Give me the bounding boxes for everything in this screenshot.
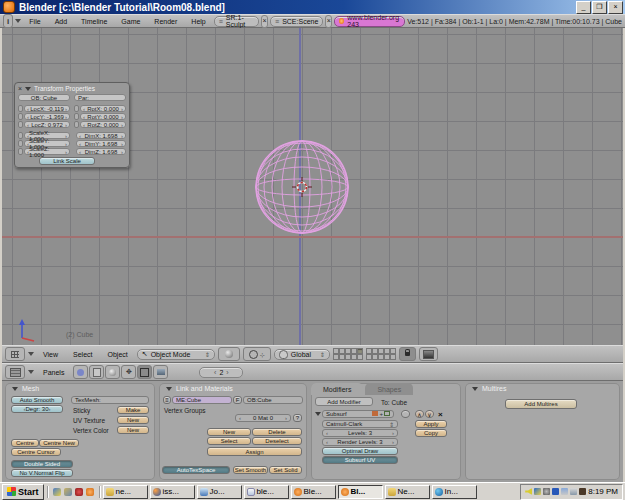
menu-render[interactable]: Render [148,18,183,25]
lock-icon[interactable] [18,105,23,112]
lock-icon[interactable] [18,121,23,128]
menu-game[interactable]: Game [115,18,146,25]
lock-icon[interactable] [74,105,79,112]
modifier-collapse-icon[interactable] [315,412,321,416]
tray-icon-update[interactable] [534,488,541,495]
mesh-browse-button[interactable]: ≡ [163,396,171,404]
menu-timeline[interactable]: Timeline [75,18,113,25]
tab-shapes[interactable]: Shapes [365,383,413,395]
assign-button[interactable]: Assign [207,447,302,456]
modifier-name-field[interactable]: Subsurf + [322,410,394,418]
add-modifier-button[interactable]: Add Modifier [315,397,373,406]
orientation-dropdown[interactable]: Global ⇕ [274,349,330,360]
ob-name-field[interactable]: OB: Cube [18,94,70,101]
subsurf-type-dropdown[interactable]: Catmull-Clark ⇕ [322,420,398,428]
panels-menu[interactable]: Panels [37,369,70,376]
collapse-triangle-icon[interactable] [28,370,34,374]
move-up-button[interactable]: ∧ [415,410,424,418]
lock-icon[interactable] [18,140,23,147]
vgroup-delete-button[interactable]: Delete [252,428,302,436]
menu-select[interactable]: Select [67,351,98,358]
lock-layers-button[interactable] [399,347,416,361]
locx-field[interactable]: LocX: -0.119 [24,105,70,112]
collapse-triangle-icon[interactable] [28,352,34,356]
multires-panel-header[interactable]: Multires [465,383,620,394]
volume-icon[interactable] [525,488,532,495]
render-preview-button[interactable] [419,347,438,361]
task-button-2[interactable]: iss... [150,485,195,499]
tab-modifiers[interactable]: Modifiers [311,383,363,395]
uv-texture-new-button[interactable]: New [117,416,149,424]
menu-add[interactable]: Add [49,18,73,25]
editor-type-selector[interactable] [5,365,25,379]
link-scale-button[interactable]: Link Scale [39,157,95,165]
title-bar[interactable]: Blender [c:\Blender Tutorial\Room08.blen… [0,0,625,14]
rotx-field[interactable]: RotX: 0.000 [80,105,126,112]
sticky-make-button[interactable]: Make [117,406,149,414]
auto-smooth-button[interactable]: Auto Smooth [11,396,63,404]
object-name-field[interactable]: OB:Cube [243,396,303,404]
close-button[interactable]: × [608,1,623,14]
link-panel-header[interactable]: Link and Materials [159,383,307,394]
dimz-field[interactable]: DimZ: 1.698 [76,148,126,155]
restore-button[interactable]: ❐ [592,1,607,14]
task-button-3[interactable]: Jo... [197,485,242,499]
lock-icon[interactable] [18,113,23,120]
quicklaunch-blender-icon[interactable] [86,488,94,496]
collapse-triangle-icon[interactable] [15,19,21,23]
quicklaunch-thunderbird-icon[interactable] [75,488,83,496]
screen-delete-button[interactable]: × [261,15,268,28]
no-v-normal-flip-toggle[interactable]: No V.Normal Flip [11,469,73,477]
menu-object[interactable]: Object [102,351,134,358]
centre-button[interactable]: Centre [11,439,39,447]
layer-20[interactable] [390,354,396,360]
editing-context-button-active[interactable] [137,365,152,379]
optimal-draw-toggle[interactable]: Optimal Draw [322,447,398,455]
mesh-name-field[interactable]: ME:Cube [172,396,232,404]
panel-close-icon[interactable]: × [18,85,22,92]
layer-buttons[interactable] [333,348,396,360]
roty-field[interactable]: RotY: 0.000 [80,113,126,120]
object-context-button[interactable]: ✥ [121,365,136,379]
transform-properties-panel[interactable]: × Transform Properties OB: Cube Par: Loc… [14,82,130,168]
dimy-field[interactable]: DimY: 1.698 [76,140,126,147]
lock-icon[interactable] [74,113,79,120]
subsurf-uv-toggle[interactable]: Subsurf UV [322,456,398,464]
cage-toggle-icon[interactable] [384,411,390,416]
move-down-button[interactable]: ∨ [425,410,434,418]
context-number-spinner[interactable]: 2 [199,367,243,378]
shading-context-button[interactable] [105,365,120,379]
dimx-field[interactable]: DimX: 1.698 [76,132,126,139]
vgroup-deselect-button[interactable]: Deselect [252,437,302,445]
menu-view[interactable]: View [37,351,64,358]
material-spinner[interactable]: 0 Mat 0 [235,414,291,422]
viewport-3d[interactable]: (2) Cube × Transform Properties OB: Cube… [2,28,623,345]
task-button-1[interactable]: ne... [103,485,148,499]
parent-field[interactable]: Par: [74,94,126,101]
scene-context-button[interactable] [153,365,168,379]
degr-spinner[interactable]: Degr: 30 [11,405,63,413]
copy-button[interactable]: Copy [415,429,447,437]
draw-type-dropdown[interactable] [218,347,240,361]
double-sided-toggle[interactable]: Double Sided [11,460,73,468]
task-button-8[interactable]: In... [432,485,477,499]
add-multires-button[interactable]: Add Multires [505,399,577,409]
modifier-circle-button[interactable] [401,410,410,418]
autotexspace-toggle[interactable]: AutoTexSpace [162,466,230,474]
quicklaunch-mail-icon[interactable] [53,488,61,496]
delete-modifier-button[interactable]: × [438,410,443,419]
lock-icon[interactable] [18,148,23,155]
scalez-field[interactable]: ScaleZ: 1.000 [24,148,70,155]
lock-icon[interactable] [18,132,23,139]
locy-field[interactable]: LocY: -1.369 [24,113,70,120]
quicklaunch-search-icon[interactable] [64,488,72,496]
set-solid-button[interactable]: Set Solid [269,466,302,474]
centre-new-button[interactable]: Centre New [39,439,79,447]
blender-org-link[interactable]: www.blender.org 243 [334,16,405,27]
tray-icon-blue[interactable] [552,488,559,495]
logic-context-button[interactable] [73,365,88,379]
scene-delete-button[interactable]: × [325,15,332,28]
mode-dropdown[interactable]: ↖ Object Mode ⇕ [137,349,215,360]
apply-button[interactable]: Apply [415,420,447,428]
menu-file[interactable]: File [23,18,46,25]
